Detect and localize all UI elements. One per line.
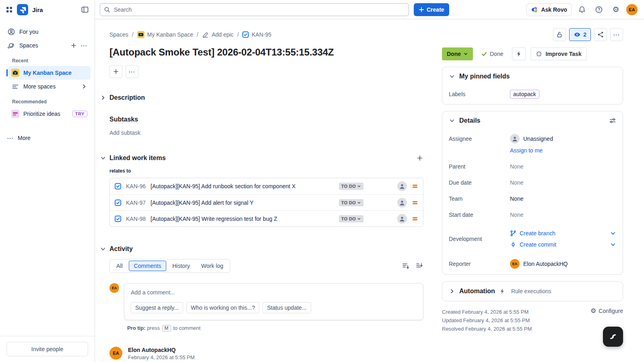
breadcrumb-issue[interactable]: KAN-95 xyxy=(242,31,271,38)
create-branch-link[interactable]: Create branch xyxy=(520,230,555,237)
parent-value[interactable]: None xyxy=(510,163,616,170)
issue-key[interactable]: KAN-98 xyxy=(126,216,146,222)
issue-summary[interactable]: [Autopack][KAN-95] Write regression test… xyxy=(151,216,277,222)
help-button[interactable] xyxy=(592,3,605,16)
create-commit-link[interactable]: Create commit xyxy=(520,241,556,248)
chevron-down-icon[interactable] xyxy=(449,73,455,80)
issue-summary[interactable]: [Autopack][KAN-95] Add runbook section f… xyxy=(151,183,295,189)
status-dropdown[interactable]: TO DO xyxy=(339,199,363,206)
tab-comments[interactable]: Comments xyxy=(129,261,167,271)
prioritize-ideas-icon xyxy=(11,110,19,118)
search-input[interactable] xyxy=(100,3,409,16)
start-date-value[interactable]: None xyxy=(510,212,616,218)
chevron-down-icon[interactable] xyxy=(449,117,455,124)
quick-reply-who[interactable]: Who is working on this...? xyxy=(186,302,260,313)
tab-work-log[interactable]: Work log xyxy=(196,261,229,271)
rule-executions-link[interactable]: Rule executions xyxy=(511,288,551,294)
sidebar-item-for-you[interactable]: For you xyxy=(4,25,91,39)
issue-key[interactable]: KAN-97 xyxy=(126,200,146,206)
chevron-right-icon[interactable] xyxy=(449,288,455,294)
title-actions: ··· xyxy=(109,65,423,78)
assignee-avatar[interactable] xyxy=(397,214,407,224)
add-linked-item-button[interactable] xyxy=(416,154,423,162)
assignee-value[interactable]: Unassigned xyxy=(510,134,616,144)
sidebar-item-spaces[interactable]: Spaces ··· xyxy=(4,39,91,52)
chevron-down-icon[interactable] xyxy=(100,246,106,252)
status-dropdown[interactable]: TO DO xyxy=(339,215,363,222)
priority-medium-icon[interactable] xyxy=(412,216,418,222)
linked-item-row[interactable]: KAN-96 [Autopack][KAN-95] Add runbook se… xyxy=(110,178,423,194)
settings-button[interactable]: ⚙ xyxy=(609,3,622,16)
add-subtask-input[interactable]: Add subtask xyxy=(109,130,423,136)
reporter-value[interactable]: EA Elon AutopackHQ xyxy=(510,259,616,269)
assignee-avatar[interactable] xyxy=(397,181,407,191)
status-dropdown[interactable]: TO DO xyxy=(339,183,363,190)
assign-to-me-link[interactable]: Assign to me xyxy=(510,147,616,154)
comment-author[interactable]: Elon AutopackHQ xyxy=(128,347,194,353)
label-chip[interactable]: autopack xyxy=(510,90,539,99)
breadcrumb-issue-label: KAN-95 xyxy=(252,31,271,38)
field-settings-icon[interactable] xyxy=(609,117,616,124)
automation-card[interactable]: Automation Rule executions xyxy=(442,281,623,301)
sidebar-item-my-kanban-space[interactable]: My Kanban Space xyxy=(8,66,91,80)
sort-newest-icon[interactable] xyxy=(402,262,410,270)
comment-author-avatar[interactable]: EA xyxy=(109,347,122,360)
more-spaces-label: More spaces xyxy=(23,83,56,90)
tab-all[interactable]: All xyxy=(111,261,128,271)
views-button[interactable]: 2 xyxy=(569,28,591,41)
person-icon xyxy=(399,183,405,189)
sidebar-item-more[interactable]: ··· More xyxy=(4,131,91,145)
assistant-floating-button[interactable] xyxy=(603,327,623,347)
app-switcher-icon[interactable] xyxy=(6,6,13,13)
priority-medium-icon[interactable] xyxy=(412,183,418,189)
notifications-button[interactable] xyxy=(576,3,588,16)
improve-task-button[interactable]: Improve Task xyxy=(530,47,586,60)
help-icon xyxy=(595,6,603,14)
for-you-label: For you xyxy=(19,29,38,35)
assistant-icon xyxy=(608,332,618,341)
task-icon xyxy=(115,200,121,206)
create-button[interactable]: Create xyxy=(414,3,449,16)
due-date-value[interactable]: None xyxy=(510,179,616,186)
user-avatar[interactable]: EA xyxy=(626,4,638,15)
jira-logo[interactable] xyxy=(17,4,28,15)
breadcrumb-spaces[interactable]: Spaces xyxy=(109,31,128,38)
linked-item-row[interactable]: KAN-98 [Autopack][KAN-95] Write regressi… xyxy=(110,210,423,226)
chevron-down-icon[interactable] xyxy=(610,241,616,248)
comment-input[interactable]: Add a comment... Suggest a reply... Who … xyxy=(124,283,423,320)
chevron-down-icon[interactable] xyxy=(610,230,616,237)
assignee-avatar[interactable] xyxy=(397,198,407,208)
breadcrumb-separator: / xyxy=(132,31,134,38)
share-button[interactable] xyxy=(594,28,607,41)
sidebar-item-more-spaces[interactable]: More spaces xyxy=(8,80,91,93)
collapse-sidebar-icon[interactable] xyxy=(81,6,89,14)
more-actions-button[interactable]: ··· xyxy=(610,28,623,41)
due-date-label: Due date xyxy=(449,179,510,186)
lock-button[interactable] xyxy=(553,28,566,41)
issue-summary[interactable]: [Autopack][KAN-95] Add alert for signal … xyxy=(151,200,254,206)
tab-history[interactable]: History xyxy=(167,261,195,271)
add-space-icon[interactable] xyxy=(70,42,77,49)
reporter-label: Reporter xyxy=(449,261,510,267)
sidebar-item-prioritize-ideas[interactable]: Prioritize ideas TRY xyxy=(8,107,91,121)
issue-key[interactable]: KAN-96 xyxy=(126,183,146,189)
quick-reply-status[interactable]: Status update... xyxy=(262,302,311,313)
priority-medium-icon[interactable] xyxy=(412,200,418,206)
quick-reply-suggest[interactable]: Suggest a reply... xyxy=(131,302,183,313)
sort-oldest-icon[interactable] xyxy=(415,262,423,270)
details-card: Details Assignee xyxy=(442,111,623,275)
breadcrumb-epic[interactable]: Add epic xyxy=(202,31,233,38)
invite-people-button[interactable]: Invite people xyxy=(6,342,88,356)
linked-item-row[interactable]: KAN-97 [Autopack][KAN-95] Add alert for … xyxy=(110,194,423,210)
status-dropdown-button[interactable]: Done xyxy=(442,47,473,60)
chevron-down-icon[interactable] xyxy=(100,155,106,161)
team-value[interactable]: None xyxy=(510,195,616,202)
ask-rovo-button[interactable]: Ask Rovo xyxy=(526,3,572,16)
spaces-more-icon[interactable]: ··· xyxy=(81,43,87,49)
breadcrumb-space[interactable]: My Kanban Space xyxy=(137,31,193,38)
chevron-right-icon[interactable] xyxy=(100,95,106,101)
issue-main: [Autopack Smoke Test] 2026-02-04T13:55:1… xyxy=(109,43,423,362)
add-button[interactable] xyxy=(109,65,122,78)
automation-actions-button[interactable] xyxy=(512,47,526,60)
issue-more-button[interactable]: ··· xyxy=(126,65,138,78)
